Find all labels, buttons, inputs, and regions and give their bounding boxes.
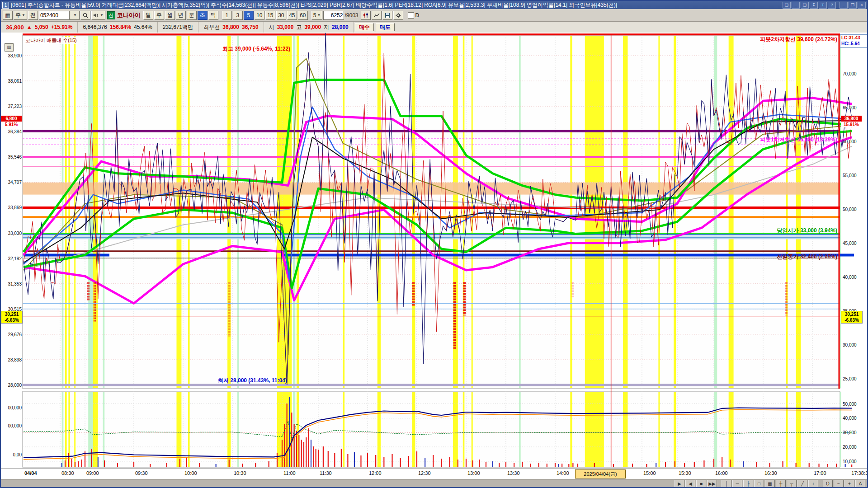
new-listing-badge: 신 xyxy=(107,11,115,19)
period-button-일[interactable]: 일 xyxy=(143,11,153,20)
maximize-button[interactable]: ❐ xyxy=(849,2,857,9)
prev-stock-button[interactable]: 전 xyxy=(28,11,38,20)
minimize-panel-icon[interactable]: _ xyxy=(792,2,800,9)
statusbar-tool-icon-10[interactable]: ┬ xyxy=(787,480,797,488)
period-button-주[interactable]: 주 xyxy=(154,11,164,20)
window-title: [0601] 주식종합차트 - 유통비율[59.0] 거래대금[232,664(… xyxy=(11,1,782,9)
interval-button-1[interactable]: 1 xyxy=(222,11,232,20)
sound-button[interactable]: ▼ xyxy=(91,11,105,20)
chart-watermark: 코나아이 매물대 수(15) xyxy=(24,37,78,44)
pivot1-resistance-annotation: 피봇1차저항선 36,000 (13.39%) xyxy=(760,136,837,144)
last-time-label: 17:38:3 xyxy=(851,470,868,476)
candle-style-button[interactable] xyxy=(361,11,371,20)
lower-left-axis-tick: 00,000 xyxy=(2,423,22,428)
left-axis-tick: 28,838 xyxy=(2,357,22,362)
period-button-년[interactable]: 년 xyxy=(176,11,186,20)
statusbar-divider xyxy=(819,480,822,488)
statusbar-tool-icon-1[interactable]: ◀ xyxy=(685,480,695,488)
period-button-틱[interactable]: 틱 xyxy=(208,11,218,20)
tick-unit-dropdown[interactable]: 5▼ xyxy=(311,11,323,20)
statusbar-tool-icon-12[interactable]: ↕ xyxy=(808,480,818,488)
left-axis-tick: 33,869 xyxy=(2,205,22,210)
price-segment: 36,800 ▲ 5,050 +15.91% xyxy=(1,22,78,33)
statusbar-tool-icon-16[interactable]: A xyxy=(855,480,865,488)
help-icon[interactable]: ? xyxy=(828,2,836,9)
high-annotation: 최고 39,000 (-5.64%, 11:22) xyxy=(222,45,290,53)
save-button[interactable] xyxy=(382,11,392,20)
sell-button[interactable]: 매도 xyxy=(376,23,395,31)
statusbar-tool-icon-8[interactable]: ▦ xyxy=(765,480,775,488)
buy-button[interactable]: 매수 xyxy=(355,23,374,31)
interval-button-3[interactable]: 3 xyxy=(233,11,243,20)
minimize-button[interactable]: _ xyxy=(840,2,848,9)
period-button-초[interactable]: 초 xyxy=(198,11,208,20)
right-axis-tick: 50,000 xyxy=(843,207,857,212)
interval-button-60[interactable]: 60 xyxy=(298,11,308,20)
cascade-icon[interactable]: ❏ xyxy=(783,2,791,9)
period-button-분[interactable]: 분 xyxy=(187,11,197,20)
interval-button-45[interactable]: 45 xyxy=(287,11,297,20)
statusbar-tool-icon-3[interactable]: ▶▶ xyxy=(707,480,717,488)
open-label: 시 xyxy=(269,23,274,31)
copy-window-icon[interactable]: ❏ xyxy=(801,2,809,9)
statusbar-tool-icon-9[interactable]: ┼ xyxy=(776,480,786,488)
statusbar-tool-icon-4[interactable]: │ xyxy=(722,480,731,488)
d-checkbox[interactable] xyxy=(408,12,414,19)
statusbar-tool-icon-14[interactable]: − xyxy=(834,480,844,488)
line-style-button[interactable] xyxy=(372,11,382,20)
time-tick-15:00: 15:00 xyxy=(643,470,656,476)
statusbar-tool-icon-15[interactable]: + xyxy=(844,480,854,488)
statusbar-tool-icon-0[interactable]: ▶ xyxy=(675,480,684,488)
best-ask: 36,750 xyxy=(242,24,259,30)
window-controls: ❏ _ ❏ ↧ T ? _ ❐ × xyxy=(782,2,866,9)
time-tick-12:00: 12:00 xyxy=(369,470,382,476)
period-button-월[interactable]: 월 xyxy=(165,11,175,20)
time-tick-15:30: 15:30 xyxy=(679,470,691,476)
change-value: 5,050 xyxy=(35,24,48,30)
code-dropdown-button[interactable]: ▼ xyxy=(70,11,80,20)
chevron-down-icon: ▼ xyxy=(317,13,321,17)
left-axis-tick: 34,707 xyxy=(2,180,22,185)
statusbar-tool-icon-6[interactable]: ├ xyxy=(743,480,753,488)
statusbar-tool-icon-7[interactable]: □ xyxy=(754,480,764,488)
best-quote-segment: 최우선 36,800 36,750 xyxy=(198,22,264,33)
interval-button-10[interactable]: 10 xyxy=(255,11,264,20)
lower-right-axis-tick: 30,000 xyxy=(843,430,857,435)
interval-button-30[interactable]: 30 xyxy=(276,11,286,20)
low-value: 28,000 xyxy=(332,24,349,30)
interval-button-15[interactable]: 15 xyxy=(265,11,275,20)
bar-counter-input[interactable]: 6252 xyxy=(323,11,344,20)
volume-value: 6,646,376 xyxy=(83,24,107,30)
left-axis-tick: 37,223 xyxy=(2,104,22,109)
time-tick-11:30: 11:30 xyxy=(320,470,332,476)
interval-button-5[interactable]: 5 xyxy=(244,11,254,20)
time-tick-08:30: 08:30 xyxy=(61,470,74,476)
statusbar-tool-icon-11[interactable]: ╱ xyxy=(797,480,807,488)
lower-left-axis-tick: 00,000 xyxy=(2,405,22,410)
search-button[interactable] xyxy=(80,11,90,20)
left-axis-tick: 32,192 xyxy=(2,256,22,261)
change-arrow-icon: ▲ xyxy=(27,24,32,30)
chart-kind-dropdown[interactable]: 주▼ xyxy=(14,11,27,20)
time-tick-16:30: 16:30 xyxy=(764,470,777,476)
main-toolbar: ▦ 주▼ 전 ▼ ▼ 신 코나아이 일주월년분초틱 1351015304560 … xyxy=(1,9,867,22)
right-axis-tick: 25,000 xyxy=(843,376,857,381)
stock-code-input[interactable] xyxy=(39,11,70,20)
pin-icon[interactable]: ↧ xyxy=(810,2,818,9)
time-tick-12:30: 12:30 xyxy=(418,470,431,476)
window-list-button[interactable]: ▦ xyxy=(3,11,13,20)
high-value: 39,000 xyxy=(304,24,321,30)
turnover-ratio: 45.64% xyxy=(134,24,152,30)
text-tool-icon[interactable]: T xyxy=(819,2,827,9)
status-toolbar: ▶◀■▶▶│─├□▦┼┬╱↕Q−+A xyxy=(1,479,867,488)
statusbar-tool-icon-2[interactable]: ■ xyxy=(696,480,706,488)
price-chart-canvas[interactable] xyxy=(1,33,868,469)
close-button[interactable]: × xyxy=(858,2,866,9)
statusbar-tool-icon-5[interactable]: ─ xyxy=(732,480,742,488)
right-price-badge: 36,800 xyxy=(841,116,862,122)
hc-value: HC:-5.64 xyxy=(841,41,868,47)
chart-menu-icon[interactable]: ▦ xyxy=(5,43,14,52)
settings-button[interactable] xyxy=(393,11,403,20)
statusbar-tool-icon-13[interactable]: Q xyxy=(823,480,833,488)
trade-amount: 232,671백만 xyxy=(163,23,193,31)
